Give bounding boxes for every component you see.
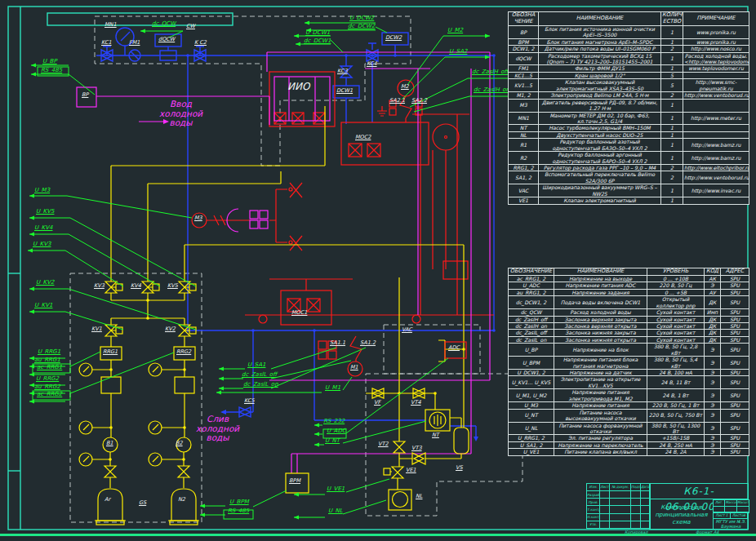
table-cell: http://www.ventoborud.ru — [683, 171, 749, 184]
signal-label-zasll-on: dc_ZaslL_on — [243, 382, 278, 388]
signal-label-u-m3: U_M3 — [34, 188, 50, 194]
table-cell: www.pronika.ru — [683, 38, 749, 45]
table-cell: U_ADC — [509, 282, 554, 289]
table-cell: Сухой контакт — [647, 309, 705, 316]
column-header: КОЛИЧ ЕСТВО — [661, 12, 683, 26]
table-cell: ДК — [705, 296, 721, 309]
table-cell: SPU — [721, 389, 749, 402]
table-cell: www.pronika.ru — [683, 25, 749, 38]
table-cell: DCW1, 2 — [509, 46, 539, 52]
table-cell: 1 — [661, 197, 683, 204]
table-cell — [600, 506, 610, 513]
table-row: R2Редуктор баллонный аргонный одноступен… — [509, 152, 749, 165]
drawing-number: К6-1-06.00.00.00 — [649, 483, 749, 499]
table-cell: Блок питания магнетрона АрЕI–М–5PDC — [539, 38, 661, 45]
table-row: NLДвухступенчатый насос DUO–251 — [509, 131, 749, 138]
column-header: НАИМЕНОВАНИЕ — [554, 268, 647, 276]
table-cell: Напряжение задания — [554, 289, 647, 295]
tag-kc2: K C2 — [194, 40, 207, 46]
signal-label-u-m2: U_M2 — [447, 28, 463, 34]
table-row: U_BPНапряжение на блок380 В, 50 Гц, 2,8 … — [509, 344, 749, 357]
title-block-revision-table: Изм.Лист№ докум.Подп.ДатаРазраб.Пров.Т.к… — [586, 483, 651, 529]
table-cell: Сухой контакт — [647, 330, 705, 336]
table-cell: SPU — [721, 376, 749, 389]
table-cell: +15В/-15В — [647, 435, 705, 441]
table-cell: Электропривод Belimo LM 24A, 5 Н·м — [539, 92, 661, 99]
table-row: U_DCW1, 2Напряжение на датчик24 В, 100 м… — [509, 370, 749, 376]
table-cell — [610, 491, 631, 499]
table-cell: 2 — [661, 165, 683, 171]
tag-nt: NT — [432, 432, 439, 438]
signal-label-u-kv5: U_KV5 — [36, 209, 54, 215]
table-cell: http://www.smc-pneumatik.ru — [683, 79, 749, 92]
table-cell: 220 В, 50 Гц, 750 Вт — [647, 409, 705, 422]
table-cell: SPU — [721, 330, 749, 336]
footer-copy-label: Копировал — [625, 530, 648, 534]
table-cell: KV1...5 — [509, 79, 539, 92]
table-row: M3Двигатель реверсивный РД–09, 8.7 об/ми… — [509, 99, 749, 112]
signal-label-u-dcw2: U_DCW2 — [349, 16, 374, 22]
column-header: Масштаб — [737, 500, 749, 507]
table-cell: Сухой контакт — [647, 316, 705, 322]
tag-b2: B2 — [176, 441, 183, 446]
table-cell — [610, 499, 631, 506]
signal-label-au-rrg1: au_RRG1 — [34, 357, 60, 364]
table-row: U_RRG1, 2Эл. питание регулятора+15В/-15В… — [509, 435, 749, 441]
signal-label-u-bp: U_BP — [42, 59, 57, 65]
table-cell: Питание клапана вкл/выкл — [554, 449, 647, 455]
table-cell: ДК — [705, 322, 721, 329]
signal-label-u-dcw1: U_DCW1 — [305, 30, 330, 37]
tag-fm1: FM1 — [129, 40, 140, 46]
table-cell: dc_ZaslL_on — [509, 336, 554, 343]
table-cell — [683, 125, 749, 131]
table-cell: 220 В, 50 Гц, 1 Вт — [647, 402, 705, 409]
table-cell: http://www.bamz.ru — [683, 139, 749, 152]
table-cell: АК — [705, 275, 721, 282]
table-row: U_M1, U_M2Напряжение питания электроприв… — [509, 389, 749, 402]
table-row: dc_ZaslL_onЗаслонка нижняя открытаСухой … — [509, 336, 749, 343]
table-cell: Кран шаровой 1/2" — [539, 72, 661, 78]
table-cell: 1 — [661, 25, 683, 38]
table-cell: 2 — [661, 46, 683, 52]
table-cell: SPU — [721, 441, 749, 448]
table-cell: ДК — [705, 330, 721, 336]
signal-label-u-nt: U_NT — [325, 438, 340, 445]
table-cell: SPU — [721, 282, 749, 289]
tag-sa1-1: SA1.1 — [330, 340, 345, 346]
table-cell: ДК — [705, 316, 721, 322]
table-cell: 1 — [661, 131, 683, 138]
table-cell: Э — [705, 402, 721, 409]
table-row: U_ADCНапряжение питания ADC220 В, 50 ГцЭ… — [509, 282, 749, 289]
signal-label-ac-rrg1: ac_RRG1 — [37, 365, 62, 371]
table-cell: Заслонка верхняя закрыта — [554, 316, 647, 322]
table-cell: 1 — [661, 139, 683, 152]
components-table: ОБОЗНА ЧЕНИЕНАИМЕНОВАНИЕКОЛИЧ ЕСТВОПРИМЕ… — [508, 11, 749, 205]
table-cell: Напряжение на выходе — [554, 275, 647, 282]
tag-moc1: МОС1 — [291, 310, 307, 316]
table-cell: Пров. — [587, 499, 600, 506]
column-header: Лист — [600, 484, 610, 491]
tag-vf: VF — [374, 400, 380, 406]
table-cell: Открытый коллектор pnp — [647, 296, 705, 309]
table-cell: http://www.eltochpribor.ru — [683, 165, 749, 171]
table-row: BPMБлок питания магнетрона АрЕI–М–5PDC1w… — [509, 38, 749, 45]
tag-dqcw: dQCW — [158, 37, 175, 42]
table-cell: U_M3 — [509, 402, 554, 409]
table-cell: 1 — [661, 99, 683, 112]
table-cell: dc_ZaslL_off — [509, 330, 554, 336]
tag-iio: ИИО — [287, 82, 309, 92]
table-cell: SPU — [721, 322, 749, 329]
table-cell: BP — [509, 25, 539, 38]
table-cell: 380 В, 50 Гц, 1300 Вт — [647, 422, 705, 435]
table-cell: 220 В, 50 Гц — [647, 282, 705, 289]
table-row: VE1Клапан электромагнитный1 — [509, 197, 749, 204]
table-cell: http://www.meter.ru — [683, 112, 749, 125]
tag-mn1: MN1 — [105, 22, 117, 28]
signal-label-u-kv4: U_KV4 — [34, 225, 52, 232]
column-header: ПРИМЕЧАНИЕ — [683, 12, 749, 26]
table-cell: 5 — [661, 79, 683, 92]
table-cell: U_M1, U_M2 — [509, 389, 554, 402]
table-cell: KC1...5 — [509, 72, 539, 78]
tag-vt3: VT3 — [411, 446, 422, 451]
table-cell — [600, 491, 610, 499]
